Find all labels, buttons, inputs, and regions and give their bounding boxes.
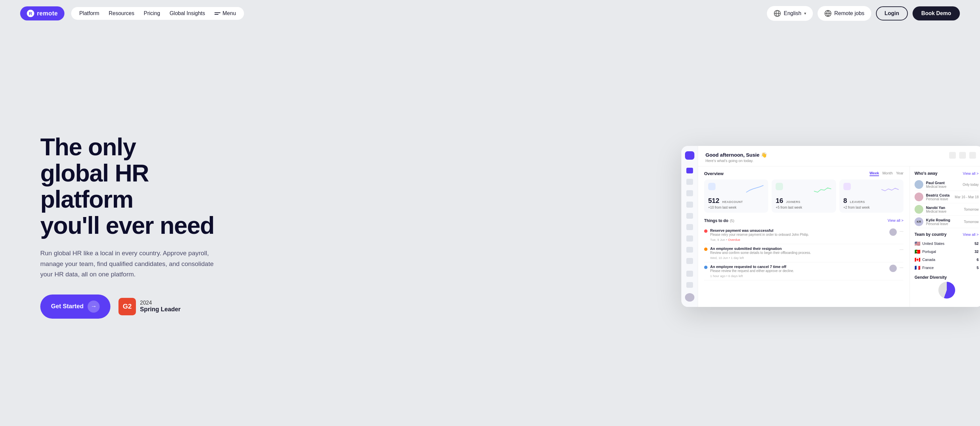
todos-header: Things to do (5) View all > bbox=[704, 217, 904, 223]
sidebar-logo bbox=[685, 151, 694, 160]
country-row-0: 🇺🇸 United States 52 bbox=[915, 240, 978, 248]
sidebar-docs-icon bbox=[686, 224, 693, 230]
greeting-text: Good afternoon, Susie 👋 bbox=[705, 152, 767, 158]
away-person-2: Beatriz Costa Personal leave Mar 16 - Ma… bbox=[915, 191, 978, 203]
tab-month[interactable]: Month bbox=[882, 171, 893, 176]
hero-subtitle: Run global HR like a local in every coun… bbox=[40, 248, 215, 280]
gender-donut-chart bbox=[939, 282, 955, 299]
headcount-chart bbox=[745, 183, 765, 194]
sidebar-chat-icon bbox=[686, 258, 693, 264]
away-avatar-1 bbox=[915, 180, 923, 189]
whos-away-header: Who's away View all > bbox=[915, 171, 978, 176]
away-avatar-4: KR bbox=[915, 217, 923, 226]
settings-icon bbox=[959, 152, 966, 159]
overview-tabs: Week Month Year bbox=[870, 171, 904, 176]
greeting-sub-text: Here's what's going on today. bbox=[705, 159, 767, 163]
gender-diversity: Gender Diversity bbox=[915, 275, 978, 299]
nav-global-insights[interactable]: Global Insights bbox=[170, 10, 205, 16]
greeting-block: Good afternoon, Susie 👋 Here's what's go… bbox=[705, 152, 767, 163]
away-avatar-2 bbox=[915, 192, 923, 201]
sidebar-star-icon bbox=[686, 235, 693, 242]
notifications-icon bbox=[969, 152, 976, 159]
nav-pricing[interactable]: Pricing bbox=[144, 10, 160, 16]
tab-year[interactable]: Year bbox=[896, 171, 904, 176]
todo-avatar-1 bbox=[889, 229, 897, 236]
get-started-button[interactable]: Get Started → bbox=[40, 294, 110, 319]
hero-content: The only global HR platform you'll ever … bbox=[40, 134, 242, 318]
joiners-chart bbox=[813, 183, 833, 194]
todo-dot-1 bbox=[704, 229, 708, 233]
overview-header: Overview Week Month Year bbox=[704, 171, 904, 176]
globe-icon bbox=[773, 10, 781, 17]
tab-week[interactable]: Week bbox=[870, 171, 879, 176]
todos-view-all[interactable]: View all > bbox=[888, 218, 904, 223]
whos-away-view-all[interactable]: View all > bbox=[963, 172, 978, 175]
overview-cards: 512 HEADCOUNT +10 from last week bbox=[704, 180, 904, 213]
country-row-3: 🇫🇷 France 5 bbox=[915, 264, 978, 272]
flag-fr: 🇫🇷 bbox=[915, 265, 920, 270]
headcount-card: 512 HEADCOUNT +10 from last week bbox=[704, 180, 768, 213]
headcount-icon bbox=[708, 183, 716, 190]
logo[interactable]: R remote bbox=[20, 6, 64, 21]
arrow-icon: → bbox=[88, 300, 100, 313]
team-country-header: Team by country View all > bbox=[915, 232, 978, 237]
todo-item-2: An employee submitted their resignation … bbox=[704, 244, 904, 262]
team-country-view-all[interactable]: View all > bbox=[963, 232, 978, 237]
sidebar-file-icon bbox=[686, 282, 693, 288]
remote-jobs-button[interactable]: Remote jobs bbox=[818, 6, 871, 21]
navbar: R remote Platform Resources Pricing Glob… bbox=[0, 0, 980, 27]
todo-more-2[interactable]: ··· bbox=[899, 246, 904, 252]
nav-platform[interactable]: Platform bbox=[79, 10, 99, 16]
nav-links: Platform Resources Pricing Global Insigh… bbox=[71, 7, 244, 20]
dashboard-header: Good afternoon, Susie 👋 Here's what's go… bbox=[698, 146, 980, 166]
network-icon bbox=[824, 10, 832, 17]
g2-logo-icon: G2 bbox=[118, 298, 136, 315]
away-person-4: KR Kylie Rowling Personal leave Tomorrow bbox=[915, 216, 978, 228]
sidebar-user-avatar bbox=[685, 293, 694, 302]
sidebar-people-icon bbox=[686, 179, 693, 185]
team-by-country: Team by country View all > 🇺🇸 United Sta… bbox=[915, 232, 978, 272]
todo-item-3: An employee requested to cancel 7 time o… bbox=[704, 262, 904, 280]
hero-visual: Good afternoon, Susie 👋 Here's what's go… bbox=[346, 146, 980, 307]
book-demo-button[interactable]: Book Demo bbox=[913, 6, 960, 21]
header-icons bbox=[949, 152, 976, 159]
login-button[interactable]: Login bbox=[876, 6, 908, 21]
dashboard-sidebar bbox=[681, 146, 698, 307]
dashboard-panel: Good afternoon, Susie 👋 Here's what's go… bbox=[681, 146, 980, 307]
away-person-3: Narobi Yan Medical leave Tomorrow bbox=[915, 203, 978, 216]
hero-title: The only global HR platform you'll ever … bbox=[40, 134, 242, 238]
overview-title: Overview bbox=[704, 171, 724, 176]
flag-us: 🇺🇸 bbox=[915, 241, 920, 246]
g2-text: 2024 Spring Leader bbox=[140, 300, 181, 313]
hamburger-icon bbox=[215, 13, 221, 15]
todo-dot-3 bbox=[704, 265, 708, 269]
sidebar-add-icon bbox=[686, 190, 693, 196]
sidebar-home-icon bbox=[686, 168, 693, 174]
sidebar-time-icon bbox=[686, 202, 693, 208]
todo-item-1: Reserve payment was unsuccessful Please … bbox=[704, 226, 904, 244]
sidebar-settings-icon bbox=[686, 247, 693, 253]
dashboard-main: Good afternoon, Susie 👋 Here's what's go… bbox=[698, 146, 980, 307]
chevron-down-icon: ▾ bbox=[804, 11, 806, 16]
g2-badge: G2 2024 Spring Leader bbox=[118, 298, 181, 315]
nav-menu[interactable]: Menu bbox=[215, 10, 236, 16]
away-person-1: Paul Grant Medical leave Only today bbox=[915, 178, 978, 191]
country-row-2: 🇨🇦 Canada 6 bbox=[915, 256, 978, 264]
hero-section: The only global HR platform you'll ever … bbox=[0, 27, 980, 426]
language-button[interactable]: English ▾ bbox=[767, 6, 813, 21]
dashboard-left-panel: Overview Week Month Year bbox=[698, 166, 910, 307]
dashboard-right-panel: Who's away View all > Paul Grant Medical… bbox=[910, 166, 980, 307]
todo-dot-2 bbox=[704, 248, 708, 251]
joiners-card: 16 JOINERS +5 from last week bbox=[772, 180, 836, 213]
leavers-icon bbox=[843, 183, 851, 190]
flag-ca: 🇨🇦 bbox=[915, 257, 920, 262]
country-row-1: 🇵🇹 Portugal 32 bbox=[915, 248, 978, 256]
nav-resources[interactable]: Resources bbox=[109, 10, 134, 16]
leavers-chart bbox=[880, 183, 900, 194]
logo-icon: R bbox=[27, 10, 34, 17]
todo-more-1[interactable]: ··· bbox=[899, 229, 904, 234]
joiners-icon bbox=[776, 183, 783, 190]
away-avatar-3 bbox=[915, 205, 923, 214]
todo-more-3[interactable]: ··· bbox=[899, 265, 904, 270]
dashboard-body: Overview Week Month Year bbox=[698, 166, 980, 307]
